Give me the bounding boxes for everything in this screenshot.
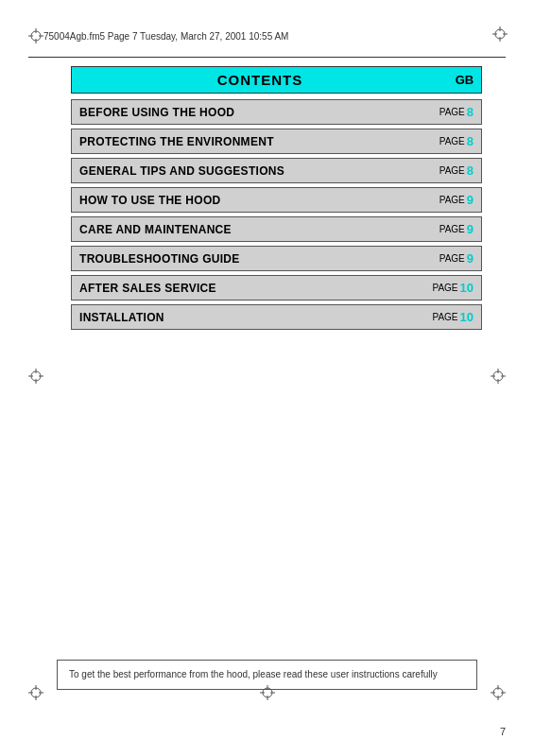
bottom-note-text: To get the best performance from the hoo…: [69, 669, 438, 679]
page-num: 9: [467, 222, 474, 236]
page-number: 7: [500, 726, 506, 737]
page-word: PAGE: [439, 107, 465, 117]
toc-row-label: CARE AND MAINTENANCE: [72, 218, 420, 241]
page-num: 10: [460, 281, 474, 295]
toc-row-label: INSTALLATION: [72, 306, 420, 329]
toc-row-page: PAGE9: [420, 217, 481, 241]
toc-row-label: AFTER SALES SERVICE: [72, 277, 420, 300]
toc-row-page: PAGE9: [420, 247, 481, 270]
page-num: 10: [460, 310, 474, 324]
crosshair-bottom-center: [260, 685, 275, 704]
toc-row-label: BEFORE USING THE HOOD: [72, 101, 420, 124]
toc-row-page: PAGE9: [420, 188, 481, 212]
toc-row: PROTECTING THE ENVIRONMENTPAGE8: [71, 129, 482, 154]
top-divider: [28, 57, 506, 58]
page-word: PAGE: [439, 253, 465, 264]
toc-row-label: HOW TO USE THE HOOD: [72, 189, 420, 212]
contents-title: CONTENTS: [217, 72, 303, 88]
page-word: PAGE: [439, 195, 465, 205]
toc-row: AFTER SALES SERVICEPAGE10: [71, 275, 482, 301]
toc-row-label: TROUBLESHOOTING GUIDE: [72, 248, 420, 270]
page-num: 8: [467, 163, 474, 178]
toc-row: GENERAL TIPS AND SUGGESTIONSPAGE8: [71, 158, 482, 183]
content-area: CONTENTS GB BEFORE USING THE HOODPAGE8PR…: [71, 66, 482, 652]
toc-row-page: PAGE10: [420, 305, 481, 329]
toc-row-page: PAGE8: [420, 129, 481, 153]
toc-row: BEFORE USING THE HOODPAGE8: [71, 99, 482, 125]
toc-row-page: PAGE10: [420, 276, 481, 300]
page-num: 9: [467, 193, 474, 207]
page-num: 8: [467, 134, 474, 148]
page-word: PAGE: [439, 224, 465, 234]
contents-title-box: CONTENTS: [71, 66, 449, 94]
gb-label: GB: [456, 73, 474, 87]
header-file-info: 75004Agb.fm5 Page 7 Tuesday, March 27, 2…: [43, 31, 288, 42]
page-num: 9: [467, 251, 474, 266]
toc-row: CARE AND MAINTENANCEPAGE9: [71, 216, 482, 242]
page-wrapper: 75004Agb.fm5 Page 7 Tuesday, March 27, 2…: [0, 0, 534, 756]
toc-row-label: PROTECTING THE ENVIRONMENT: [72, 130, 420, 153]
crosshair-mid-right: [491, 369, 506, 387]
page-word: PAGE: [432, 312, 457, 322]
page-word: PAGE: [439, 165, 465, 176]
header-bar: 75004Agb.fm5 Page 7 Tuesday, March 27, 2…: [28, 28, 506, 43]
toc-row: INSTALLATIONPAGE10: [71, 304, 482, 330]
crosshair-mid-left: [28, 369, 43, 387]
page-word: PAGE: [439, 136, 465, 146]
crosshair-bottom-right: [491, 685, 506, 704]
toc-row: HOW TO USE THE HOODPAGE9: [71, 187, 482, 213]
toc-row: TROUBLESHOOTING GUIDEPAGE9: [71, 246, 482, 271]
contents-header: CONTENTS GB: [71, 66, 482, 94]
toc-row-label: GENERAL TIPS AND SUGGESTIONS: [72, 160, 420, 182]
contents-gb-box: GB: [448, 66, 482, 94]
page-num: 8: [467, 105, 474, 119]
header-crosshair-left: [28, 28, 43, 43]
toc-row-page: PAGE8: [420, 100, 481, 124]
header-crosshair-right: [492, 26, 508, 42]
crosshair-bottom-left: [28, 685, 43, 704]
toc-row-page: PAGE8: [420, 159, 481, 182]
toc-rows: BEFORE USING THE HOODPAGE8PROTECTING THE…: [71, 99, 482, 330]
page-word: PAGE: [432, 283, 457, 293]
